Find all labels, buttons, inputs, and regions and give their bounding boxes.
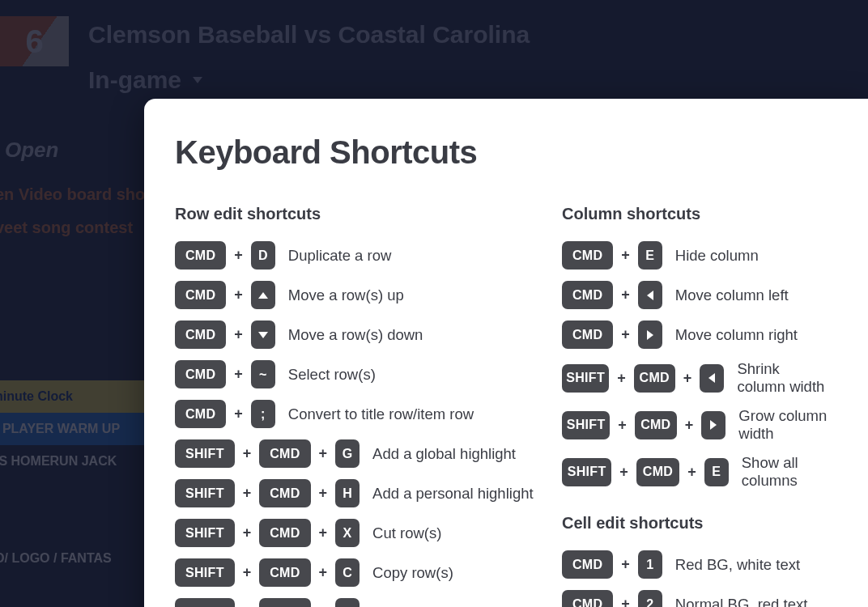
shortcut-description: Convert to title row/item row [288,405,474,423]
plus-separator: + [234,287,243,304]
arrow-right-icon [647,330,653,340]
shortcut-row: CMD+Move a row(s) down [175,320,546,349]
shortcut-list-column: CMD+EHide columnCMD+Move column leftCMD+… [562,241,828,490]
plus-separator: + [243,564,252,581]
shortcut-description: Shrink column width [737,360,828,396]
key-cap: 1 [638,550,662,579]
key-cap: CMD [175,360,226,388]
plus-separator: + [234,405,243,422]
plus-separator: + [618,417,627,434]
plus-separator: + [619,464,628,481]
shortcut-row: SHIFT+CMD+GAdd a global highlight [175,439,546,468]
key-cap: CMD [175,241,226,270]
plus-separator: + [234,326,243,343]
key-cap: CMD [635,411,677,439]
arrow-left-icon [647,291,653,300]
key-cap: CMD [562,590,613,607]
key-cap: SHIFT [175,519,235,547]
key-cap: E [704,458,729,486]
shortcut-description: Grow column width [738,407,828,443]
shortcut-description: Red BG, white text [675,556,800,574]
key-cap: CMD [562,320,613,349]
key-cap: 2 [638,590,662,607]
shortcut-description: Duplicate a row [288,247,392,265]
plus-separator: + [234,247,243,264]
plus-separator: + [319,524,328,541]
arrow-right-icon [710,420,717,430]
section-title-cell-edit: Cell edit shortcuts [562,514,828,533]
key-cap: ~ [251,360,275,388]
shortcut-row: SHIFT+CMD+Grow column width [562,407,828,443]
shortcut-description: Select row(s) [288,366,376,384]
plus-separator: + [243,524,252,541]
key-cap: SHIFT [175,439,235,468]
plus-separator: + [319,445,328,462]
key-cap: SHIFT [562,458,611,486]
shortcut-row: CMD+DDuplicate a row [175,241,546,270]
key-cap: CMD [562,281,613,309]
plus-separator: + [687,464,696,481]
shortcut-description: Paste row(s) [372,604,457,608]
key-cap: CMD [259,558,310,587]
key-cap: CMD [634,364,675,393]
plus-separator: + [319,604,328,607]
shortcut-description: Show all columns [742,454,828,490]
plus-separator: + [243,604,252,607]
shortcut-row: SHIFT+CMD+CCopy row(s) [175,558,546,587]
shortcut-row: SHIFT+CMD+EShow all columns [562,454,828,490]
plus-separator: + [621,596,630,607]
shortcut-row: SHIFT+CMD+Shrink column width [562,360,828,396]
key-cap: E [638,241,662,270]
plus-separator: + [234,366,243,383]
shortcut-row: CMD+Move column left [562,281,828,309]
arrow-down-icon [258,332,268,338]
shortcut-description: Move a row(s) up [288,287,404,304]
shortcut-list-row-edit: CMD+DDuplicate a rowCMD+Move a row(s) up… [175,241,546,607]
key-cap: CMD [259,519,310,547]
key-cap [638,320,662,349]
key-cap: X [335,519,360,547]
key-cap: CMD [175,281,226,309]
plus-separator: + [683,370,692,387]
key-cap: ; [251,400,275,428]
section-title-column: Column shortcuts [562,205,828,223]
shortcut-description: Normal BG, red text [675,596,807,608]
shortcut-description: Add a personal highlight [372,485,534,503]
key-cap: SHIFT [562,364,609,393]
plus-separator: + [243,445,252,462]
key-cap: D [251,241,275,270]
shortcut-description: Hide column [675,247,759,265]
shortcut-row: CMD+Move column right [562,320,828,349]
shortcut-row: CMD+;Convert to title row/item row [175,400,546,428]
shortcut-row: CMD+1Red BG, white text [562,550,828,579]
key-cap [251,281,275,309]
shortcut-row: CMD+Move a row(s) up [175,281,546,309]
key-cap: SHIFT [562,411,610,439]
key-cap: V [335,598,360,607]
key-cap: CMD [175,320,226,349]
plus-separator: + [621,326,630,343]
plus-separator: + [319,564,328,581]
shortcut-description: Copy row(s) [372,564,453,582]
key-cap: SHIFT [175,479,235,507]
key-cap: C [335,558,360,587]
key-cap: CMD [259,479,310,507]
key-cap: CMD [175,400,226,428]
keyboard-shortcuts-modal: Keyboard Shortcuts Row edit shortcuts CM… [144,99,868,607]
shortcut-row: SHIFT+CMD+VPaste row(s) [175,598,546,607]
shortcut-row: CMD+~Select row(s) [175,360,546,388]
plus-separator: + [685,417,694,434]
shortcut-row: SHIFT+CMD+HAdd a personal highlight [175,479,546,507]
key-cap [638,281,662,309]
key-cap: H [335,479,360,507]
shortcut-row: CMD+2Normal BG, red text [562,590,828,607]
shortcut-description: Cut row(s) [372,524,441,542]
key-cap: SHIFT [175,558,235,587]
plus-separator: + [621,556,630,573]
key-cap: CMD [562,241,613,270]
key-cap [701,411,725,439]
arrow-up-icon [258,292,268,299]
shortcut-description: Move column left [675,287,789,304]
shortcut-description: Move column right [675,326,798,344]
shortcut-row: SHIFT+CMD+XCut row(s) [175,519,546,547]
